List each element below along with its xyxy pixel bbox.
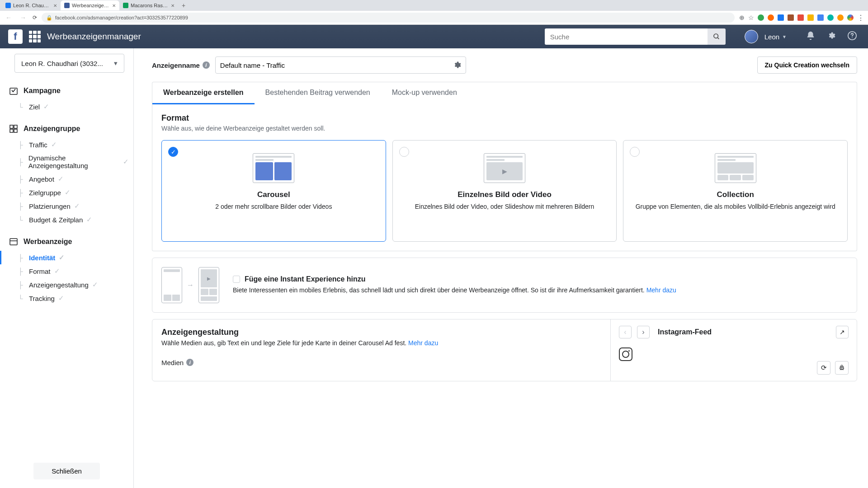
instagram-icon[interactable]: [619, 347, 632, 361]
arrow-right-icon: →: [187, 281, 194, 289]
ad-name-input-wrap[interactable]: [215, 56, 466, 74]
more-menu-icon[interactable]: ⋮: [857, 14, 864, 22]
search-button[interactable]: [708, 28, 726, 45]
nav-item-traffic[interactable]: ├Traffic✓: [14, 138, 133, 151]
nav-item-offer[interactable]: ├Angebot✓: [14, 172, 133, 186]
nav-item-placements[interactable]: ├Platzierungen✓: [14, 199, 133, 213]
format-desc: 2 oder mehr scrollbare Bilder oder Video…: [170, 203, 377, 210]
nav-head-ad[interactable]: Werbeanzeige: [0, 235, 133, 249]
open-external-icon[interactable]: ↗: [836, 326, 849, 338]
nav-item-format[interactable]: ├Format✓: [14, 264, 133, 278]
preview-prev-button[interactable]: ‹: [619, 326, 632, 338]
format-desc: Gruppe von Elementen, die als mobiles Vo…: [632, 203, 839, 210]
format-name: Einzelnes Bild oder Video: [401, 190, 609, 199]
nav-head-adset[interactable]: Anzeigengruppe: [0, 122, 133, 136]
refresh-icon[interactable]: ⟳: [817, 361, 830, 375]
learn-more-link[interactable]: Mehr dazu: [646, 286, 676, 294]
format-card-section: Format Wähle aus, wie deine Werbeanzeige…: [152, 104, 857, 251]
tab-create-ad[interactable]: Werbeanzeige erstellen: [152, 82, 255, 104]
star-icon[interactable]: ☆: [748, 14, 754, 21]
preview-next-button[interactable]: ›: [637, 326, 650, 338]
browser-tab[interactable]: Werbeanzeigenmanager - Cre ✕: [61, 0, 119, 10]
browser-tab-title: Leon R. Chaudhari | Facebook: [13, 3, 51, 8]
ad-name-input[interactable]: [220, 61, 453, 69]
nav-item-budget[interactable]: └Budget & Zeitplan✓: [14, 213, 133, 226]
svg-rect-7: [10, 129, 13, 132]
settings-gear-icon[interactable]: [825, 32, 838, 42]
nav-item-label: Traffic: [29, 141, 47, 149]
tree-branch-icon: ├: [18, 267, 25, 275]
gear-icon[interactable]: [453, 61, 461, 69]
search-input[interactable]: [545, 28, 708, 45]
extension-icon[interactable]: [758, 14, 764, 21]
forward-icon[interactable]: →: [18, 14, 28, 21]
nav-item-dynamic[interactable]: ├Dynamische Anzeigengestaltung✓: [14, 151, 133, 172]
extension-icon[interactable]: [778, 14, 784, 21]
notifications-icon[interactable]: [803, 31, 818, 43]
nav-item-label: Anzeigengestaltung: [29, 281, 89, 289]
browser-tab[interactable]: Macarons Raspberries Pastrie ✕: [119, 0, 178, 10]
reload-icon[interactable]: ⟳: [33, 14, 37, 21]
back-icon[interactable]: ←: [4, 14, 14, 21]
close-icon[interactable]: ✕: [53, 3, 57, 8]
bug-icon[interactable]: [835, 361, 849, 375]
account-selector[interactable]: Leon R. Chaudhari (3032... ▾: [14, 54, 124, 73]
tree-branch-icon: ├: [18, 158, 25, 166]
info-icon[interactable]: i: [203, 61, 210, 69]
url-text: facebook.com/adsmanager/creation?act=303…: [55, 15, 188, 20]
tab-existing-post[interactable]: Bestehenden Beitrag verwenden: [255, 82, 381, 104]
search-icon: [713, 33, 720, 40]
facebook-logo-icon[interactable]: f: [8, 29, 23, 44]
instant-experience-checkbox[interactable]: [233, 276, 240, 283]
adset-icon: [9, 124, 18, 133]
extension-icon[interactable]: [768, 14, 774, 21]
apps-grid-icon[interactable]: [29, 31, 41, 42]
nav-section-ad: Werbeanzeige ├Identität✓ ├Format✓ ├Anzei…: [0, 233, 133, 311]
extension-icon[interactable]: [817, 14, 824, 21]
extension-icon[interactable]: [837, 14, 844, 21]
nav-item-tracking[interactable]: └Tracking✓: [14, 291, 133, 305]
ad-name-label: Anzeigenname i: [152, 61, 210, 69]
extension-icon[interactable]: [807, 14, 814, 21]
format-option-collection[interactable]: Collection Gruppe von Elementen, die als…: [623, 140, 848, 242]
app-title: Werbeanzeigenmanager: [47, 32, 141, 42]
close-icon[interactable]: ✕: [112, 3, 116, 8]
user-avatar[interactable]: [745, 30, 758, 43]
user-menu[interactable]: Leon ▼: [764, 33, 787, 41]
chevron-down-icon: ▾: [114, 59, 118, 67]
nav-item-creative[interactable]: ├Anzeigengestaltung✓: [14, 278, 133, 291]
format-option-carousel[interactable]: ✓ Carousel 2 oder mehr scrollbare Bilder…: [161, 140, 386, 242]
section-body: Wähle Medien aus, gib Text ein und lege …: [161, 339, 601, 348]
checkmark-icon: ✓: [58, 175, 64, 183]
url-field[interactable]: 🔒 facebook.com/adsmanager/creation?act=3…: [42, 13, 735, 23]
extension-icon[interactable]: [788, 14, 794, 21]
nav-item-goal[interactable]: └ Ziel ✓: [14, 100, 133, 113]
checkmark-icon: ✓: [54, 267, 60, 275]
account-label: Leon R. Chaudhari (3032...: [21, 60, 103, 67]
extension-icon[interactable]: [797, 14, 804, 21]
learn-more-link[interactable]: Mehr dazu: [408, 339, 438, 347]
tab-mockup[interactable]: Mock-up verwenden: [381, 82, 468, 104]
top-search[interactable]: [545, 28, 726, 45]
format-option-single[interactable]: ▶ Einzelnes Bild oder Video Einzelnes Bi…: [392, 140, 617, 242]
help-icon[interactable]: [844, 31, 860, 43]
switch-creation-button[interactable]: Zu Quick Creation wechseln: [757, 56, 858, 74]
extension-icon[interactable]: [827, 14, 834, 21]
browser-tab[interactable]: Leon R. Chaudhari | Facebook ✕: [2, 0, 61, 10]
svg-line-17: [840, 369, 840, 370]
facebook-favicon-icon: [64, 3, 70, 8]
nav-item-audience[interactable]: ├Zielgruppe✓: [14, 186, 133, 199]
profile-avatar-icon[interactable]: [847, 14, 854, 21]
close-button[interactable]: Schließen: [33, 463, 100, 479]
zoom-icon[interactable]: ⊕: [739, 14, 745, 21]
instant-title: Füge eine Instant Experience hinzu: [245, 275, 366, 283]
close-icon[interactable]: ✕: [171, 3, 175, 8]
tree-branch-icon: └: [18, 295, 25, 302]
nav-item-identity[interactable]: ├Identität✓: [14, 251, 133, 264]
browser-tab-title: Macarons Raspberries Pastrie: [131, 3, 169, 8]
info-icon[interactable]: i: [186, 359, 193, 366]
nav-head-campaign[interactable]: Kampagne: [0, 84, 133, 98]
instant-body: Biete Interessenten ein mobiles Erlebnis…: [233, 286, 848, 295]
radio-icon: [630, 147, 640, 157]
new-tab-button[interactable]: +: [178, 2, 189, 9]
